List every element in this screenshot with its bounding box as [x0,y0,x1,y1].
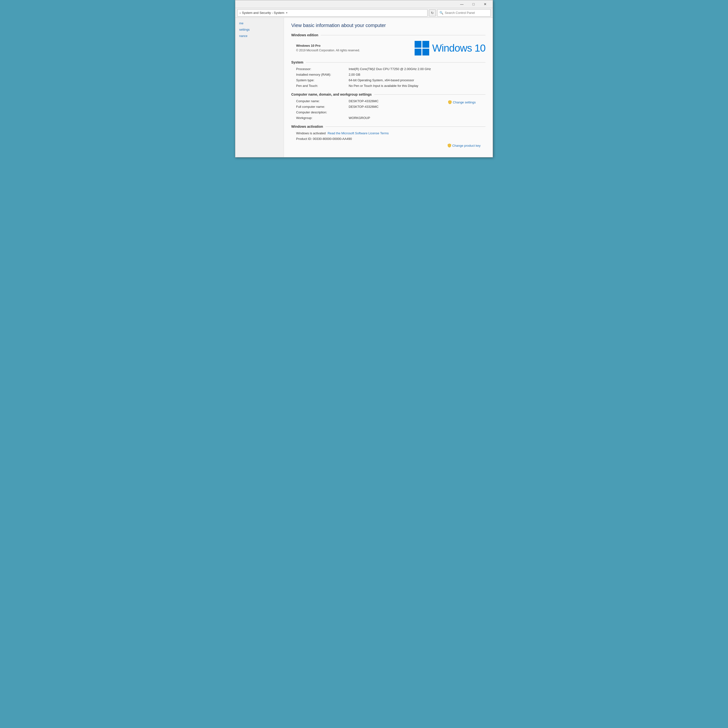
computer-name-label: Computer name: [296,99,345,103]
sidebar-item-settings[interactable]: settings [235,26,284,33]
shield-icon-product [447,144,451,147]
address-bar: « System and Security › System ▾ ↻ 🔍 [235,8,493,18]
title-bar: — □ ✕ [235,0,493,8]
logo-tile-3 [414,49,421,55]
main-content: me settings nance View basic information… [235,18,493,157]
activated-text: Windows is activated [296,132,326,135]
system-section-header: System [291,60,485,64]
processor-value: Intel(R) Core(TM)2 Duo CPU T7250 @ 2.00G… [349,67,485,71]
product-id-value: 00330-80000-00000-AA490 [313,137,352,141]
ram-label: Installed memory (RAM): [296,73,345,76]
copyright-text: © 2019 Microsoft Corporation. All rights… [296,48,411,52]
activation-section-title: Windows activation [291,125,323,128]
workgroup-label: Workgroup: [296,116,345,120]
activation-section: Windows activation Windows is activated … [291,125,485,147]
computer-name-grid: Computer name: DESKTOP-43326MC Full comp… [291,99,448,120]
edition-section-header: Windows edition [291,33,485,37]
computer-name-value: DESKTOP-43326MC [349,99,448,103]
refresh-button[interactable]: ↻ [429,9,436,16]
windows-logo-container: Windows 10 [414,41,485,55]
edition-name: Windows 10 Pro [296,44,411,47]
sidebar-item-nance[interactable]: nance [235,33,284,39]
page-title: View basic information about your comput… [291,23,485,28]
description-label: Computer description: [296,110,345,114]
change-settings-label: Change settings [453,101,476,104]
change-product-link[interactable]: Change product key [447,144,480,147]
license-link[interactable]: Read the Microsoft Software License Term… [327,132,388,135]
system-type-label: System type: [296,78,345,82]
close-button[interactable]: ✕ [480,1,491,7]
logo-tile-2 [422,41,429,48]
windows-logo-title: Windows 10 [432,42,485,54]
breadcrumb-area[interactable]: « System and Security › System ▾ [237,9,428,17]
system-section-title: System [291,60,303,64]
search-box[interactable]: 🔍 [437,9,491,17]
description-value [349,110,448,114]
computer-name-section-title: Computer name, domain, and workgroup set… [291,92,372,96]
product-id-row: Product ID: 00330-80000-00000-AA490 [291,137,485,141]
system-type-value: 64-bit Operating System, x64-based proce… [349,78,485,82]
change-product-label: Change product key [452,144,480,147]
computer-name-section: Computer name, domain, and workgroup set… [291,92,485,120]
edition-text-area: Windows 10 Pro © 2019 Microsoft Corporat… [296,44,411,52]
system-section: System Processor: Intel(R) Core(TM)2 Duo… [291,60,485,87]
sidebar-item-me[interactable]: me [235,20,284,26]
change-settings-link[interactable]: Change settings [448,100,476,104]
system-section-line [306,62,485,63]
full-name-label: Full computer name: [296,105,345,109]
workgroup-value: WORKGROUP [349,116,448,120]
windows-edition-section: Windows edition Windows 10 Pro © 2019 Mi… [291,33,485,55]
control-panel-window: — □ ✕ « System and Security › System ▾ ↻… [235,0,493,158]
breadcrumb-current: System [274,11,284,15]
windows-logo-area: Windows 10 Pro © 2019 Microsoft Corporat… [291,41,485,55]
breadcrumb-separator: › [272,11,273,14]
search-input[interactable] [445,11,489,15]
sidebar: me settings nance [235,18,284,157]
shield-icon [448,100,452,104]
logo-tile-1 [414,41,421,48]
pen-touch-label: Pen and Touch: [296,84,345,87]
edition-section-title: Windows edition [291,33,318,37]
maximize-button[interactable]: □ [468,1,479,7]
pen-touch-value: No Pen or Touch Input is available for t… [349,84,485,87]
breadcrumb-parent[interactable]: System and Security [242,11,271,15]
computer-name-section-header: Computer name, domain, and workgroup set… [291,92,485,96]
content-area: View basic information about your comput… [284,18,493,157]
logo-tile-4 [422,49,429,55]
activation-row: Windows is activated Read the Microsoft … [291,132,485,135]
breadcrumb-dropdown-icon[interactable]: ▾ [286,11,288,14]
system-info-grid: Processor: Intel(R) Core(TM)2 Duo CPU T7… [291,67,485,87]
edition-section-line [321,35,485,35]
minimize-button[interactable]: — [456,1,467,7]
activation-section-header: Windows activation [291,125,485,128]
ram-value: 2,00 GB [349,73,485,76]
full-name-value: DESKTOP-43326MC [349,105,448,109]
back-icon: « [239,11,241,14]
product-id-label: Product ID: [296,137,312,141]
search-icon: 🔍 [439,11,444,15]
windows-logo-grid [414,41,429,55]
window-controls: — □ ✕ [456,1,491,7]
processor-label: Processor: [296,67,345,71]
